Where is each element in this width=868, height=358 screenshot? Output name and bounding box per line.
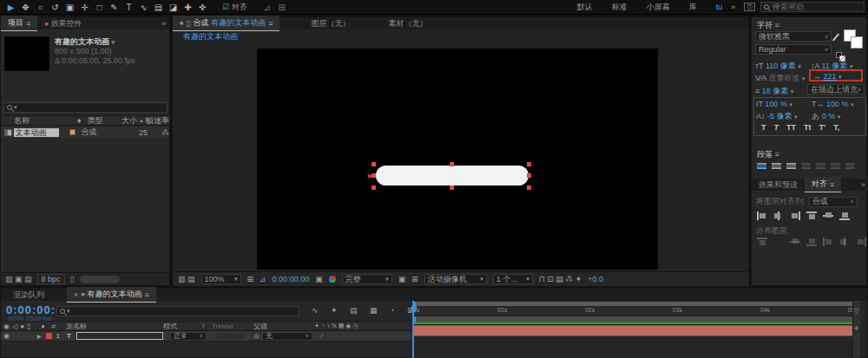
workspace-icon-a[interactable]: ⊿ <box>260 3 274 12</box>
pen-tool-icon[interactable]: ✎ <box>107 3 122 12</box>
tab-timeline-comp[interactable]: × ■ 有趣的文本动画 ≡ <box>67 287 156 303</box>
justify-last-right-button[interactable] <box>831 163 840 169</box>
hand-tool-icon[interactable]: ✥ <box>18 3 33 12</box>
column-type[interactable]: 类型 <box>88 115 122 127</box>
layer-duration-bar[interactable] <box>413 325 858 336</box>
work-area-bar[interactable] <box>413 302 858 306</box>
layer-name-input[interactable] <box>76 332 163 340</box>
column-mode[interactable]: 模式 <box>163 322 201 331</box>
viewer-right-icons[interactable]: ⊓ ⊡ ▤ ⁂ ✦ <box>539 275 582 283</box>
roi-icon[interactable]: ▣ <box>398 275 406 283</box>
layer-label-swatch[interactable] <box>46 333 52 339</box>
selection-handle[interactable] <box>527 186 531 190</box>
paragraph-panel-header[interactable]: 段落 ≡ <box>757 149 779 160</box>
align-right-button[interactable] <box>786 163 796 169</box>
timeline-search-input[interactable]: ▾ <box>56 306 299 316</box>
ruler-grid-icon[interactable]: ⊞ <box>247 275 254 283</box>
composition-network-icon[interactable]: ⁂ <box>161 128 169 137</box>
font-size-control[interactable]: тT 110 像素 ▾ <box>755 61 801 72</box>
workspace-icon-b[interactable]: ⊞ <box>274 3 289 12</box>
justify-last-center-button[interactable] <box>816 163 825 169</box>
view-layout-select[interactable]: 1 个…▾ <box>493 274 533 284</box>
project-footage-icons[interactable]: ▥ ▣ ▤ <box>5 275 32 283</box>
distribute-h-center-button[interactable] <box>839 238 850 246</box>
tab-footage[interactable]: 素材（无） <box>381 16 434 31</box>
puppet-pin-tool-icon[interactable]: ✜ <box>195 3 210 12</box>
layer-visibility-icon[interactable]: ◉ <box>3 332 10 340</box>
align-top-edge-button[interactable] <box>806 212 817 220</box>
stroke-width-control[interactable]: ≡ 18 像素 ▾ <box>755 86 793 97</box>
workspace-tab-custom[interactable]: tu <box>716 3 723 11</box>
workspace-tab-standard[interactable]: 标准 <box>612 2 628 13</box>
distribute-top-button[interactable] <box>757 238 767 246</box>
kerning-control[interactable]: V⁄A 度量标准 ▾ <box>755 73 806 84</box>
align-center-button[interactable] <box>772 163 781 169</box>
project-row-comp[interactable]: 文本动画 合成 25 ⁂ <box>2 127 169 138</box>
panel-overflow-icon[interactable]: » <box>861 180 865 189</box>
font-family-select[interactable]: 微软雅黑˅ <box>755 31 832 42</box>
distribute-v-center-button[interactable] <box>790 238 800 246</box>
stroke-color-swatch[interactable] <box>851 36 863 49</box>
snap-checkbox[interactable]: ☑ <box>222 3 229 11</box>
trash-icon[interactable]: ▯ <box>70 275 75 283</box>
pan-behind-tool-icon[interactable]: ✛ <box>77 3 92 12</box>
text-box-shape[interactable] <box>376 166 529 186</box>
resolution-select[interactable]: 完整▾ <box>342 274 392 284</box>
workspace-tab-library[interactable]: 库 <box>689 2 697 13</box>
selection-handle[interactable] <box>527 162 531 166</box>
align-to-select[interactable]: 合成˅ <box>809 197 858 207</box>
all-caps-button[interactable]: TT <box>786 123 796 132</box>
layer-mode-select[interactable]: 正常˅ <box>170 332 207 341</box>
selection-tool-icon[interactable]: ▶ <box>3 3 18 12</box>
font-style-select[interactable]: Regular˅ <box>755 44 832 55</box>
selection-handle[interactable] <box>450 162 454 166</box>
tab-layer[interactable]: 图层（无） <box>304 16 357 31</box>
faux-bold-button[interactable]: T <box>761 123 766 132</box>
faux-italic-button[interactable]: T <box>774 123 779 132</box>
composition-stage[interactable]: ➤ <box>257 49 658 270</box>
subscript-button[interactable]: T, <box>833 123 839 132</box>
exposure-value[interactable]: +0.0 <box>588 275 603 283</box>
column-source-name[interactable]: 源名称 <box>66 322 163 331</box>
project-flowchart-pill[interactable] <box>80 276 120 283</box>
tsume-control[interactable]: あ 0 % ▾ <box>812 111 840 122</box>
help-search-input[interactable]: 搜索帮助 <box>760 2 865 12</box>
viewer-timecode[interactable]: 0:00:00:00 <box>273 275 310 283</box>
brush-tool-icon[interactable]: ∿ <box>136 3 151 12</box>
comp-breadcrumb[interactable]: 有趣的文本动画 <box>178 31 243 42</box>
viewer-left-icons[interactable]: ▥ ▤ <box>178 275 195 283</box>
channels-icon[interactable] <box>329 276 336 283</box>
work-area-band[interactable] <box>413 316 858 322</box>
workspace-more-icon[interactable]: » <box>731 3 735 11</box>
column-name[interactable]: 名称 <box>14 115 77 127</box>
workspace-tab-small-screen[interactable]: 小屏幕 <box>647 2 670 13</box>
layer-trkmat-select[interactable] <box>214 332 245 341</box>
camera-tool-icon[interactable]: ▣ <box>62 3 77 12</box>
tab-align[interactable]: 对齐≡ <box>805 177 841 192</box>
timeline-view-icons[interactable]: ∿ ✦ ▤ ▦ ◔ ⊞ <box>312 306 419 315</box>
eyedropper-icon[interactable] <box>832 34 839 42</box>
text-tool-icon[interactable]: T <box>122 3 136 12</box>
selection-handle[interactable] <box>372 186 376 190</box>
sync-settings-icon[interactable]: ◫ <box>744 3 755 11</box>
tab-effects-presets[interactable]: 效果和预设 <box>752 178 805 192</box>
rotation-tool-icon[interactable]: ↺ <box>48 3 62 12</box>
justify-last-left-button[interactable] <box>801 163 811 169</box>
eraser-tool-icon[interactable]: ◪ <box>166 3 181 12</box>
shape-tool-icon[interactable]: □ <box>92 3 107 12</box>
distribute-left-button[interactable] <box>823 238 833 246</box>
parent-pickwhip-icon[interactable]: ◎ <box>253 332 260 340</box>
tab-composition[interactable]: ■ ▯ 合成 有趣的文本动画 ≡ <box>173 16 279 31</box>
snapshot-icon[interactable]: ▣ <box>315 275 323 283</box>
workspace-tab-default[interactable]: 默认 <box>577 2 593 13</box>
tab-project[interactable]: 项目≡ <box>1 16 37 31</box>
mask-toggle-icon[interactable]: ⊿ <box>260 275 266 283</box>
comp-button-icon[interactable]: ✛ <box>854 325 859 332</box>
column-framerate[interactable]: 帧速率 <box>146 115 169 127</box>
align-v-center-button[interactable] <box>823 212 833 220</box>
layer-switches-icons[interactable]: ∕ <box>321 333 322 339</box>
lock-icon[interactable]: ▯ <box>186 19 190 28</box>
label-column-icon[interactable]: ♦ <box>77 116 88 125</box>
anchor-point-icon[interactable]: ➤ <box>366 172 373 180</box>
item-name-field[interactable]: 文本动画 <box>14 128 60 137</box>
